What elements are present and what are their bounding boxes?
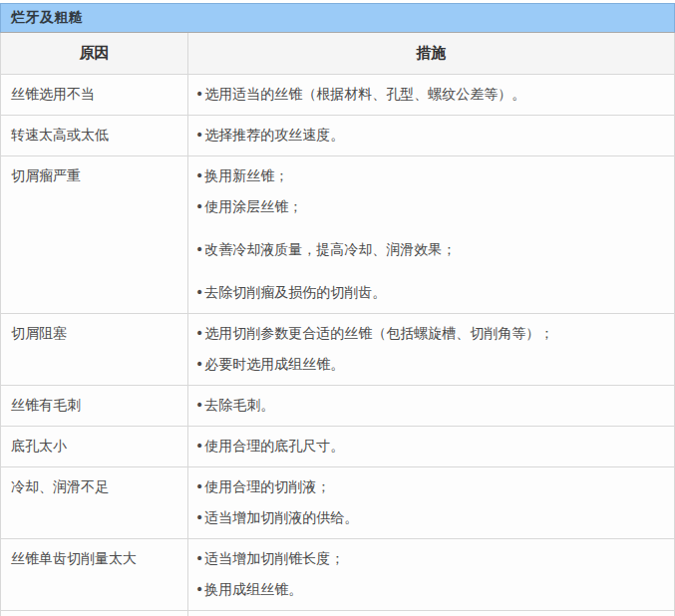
measure-text: 必要时选用成组丝锥。 (204, 356, 344, 372)
cause-cell: 底孔太小 (1, 427, 188, 466)
bullet-icon: • (195, 356, 203, 372)
partial-cause-cell (1, 611, 188, 616)
table-header-row: 原因 措施 (1, 33, 674, 75)
bullet-icon: • (195, 198, 203, 214)
column-header-measures: 措施 (188, 33, 674, 74)
measure-text: 换用成组丝锥。 (204, 581, 302, 597)
bullet-icon: • (195, 550, 203, 566)
measure-line: •选用适当的丝锥（根据材料、孔型、螺纹公差等）。 (195, 79, 664, 110)
cause-cell: 丝锥单齿切削量太大 (1, 539, 188, 610)
measures-cell: •选用适当的丝锥（根据材料、孔型、螺纹公差等）。 (188, 75, 674, 115)
measure-text: 选择推荐的攻丝速度。 (204, 127, 344, 143)
cause-cell: 转速太高或太低 (1, 116, 188, 155)
measures-cell: •选择推荐的攻丝速度。 (188, 116, 674, 155)
measure-text: 使用合理的切削液； (204, 478, 330, 494)
bullet-icon: • (195, 397, 203, 413)
measure-line: •适当增加切削液的供给。 (195, 502, 664, 533)
table-row: 转速太高或太低 •选择推荐的攻丝速度。 (1, 116, 674, 156)
bullet-icon: • (195, 167, 203, 183)
table-row: 切屑瘤严重 •换用新丝锥；•使用涂层丝锥；•改善冷却液质量，提高冷却、润滑效果；… (1, 156, 674, 314)
measure-line: •使用合理的切削液； (195, 471, 664, 502)
measures-cell: •去除毛刺。 (188, 386, 674, 426)
bullet-icon: • (195, 438, 203, 454)
cause-cell: 切屑瘤严重 (1, 156, 188, 313)
bullet-icon: • (195, 509, 203, 525)
measures-cell: •使用合理的底孔尺寸。 (188, 427, 674, 466)
table-row: 丝锥选用不当 •选用适当的丝锥（根据材料、孔型、螺纹公差等）。 (1, 75, 674, 116)
measure-line: •使用涂层丝锥； (195, 191, 664, 222)
measure-text: 使用合理的底孔尺寸。 (204, 438, 344, 454)
measure-text: 去除切削瘤及损伤的切削齿。 (204, 284, 386, 300)
measure-line: •适当增加切削锥长度； (195, 543, 664, 574)
measure-line: •使用合理的底孔尺寸。 (195, 431, 664, 462)
measure-line: •选用切削参数更合适的丝锥（包括螺旋槽、切削角等）； (195, 318, 664, 349)
column-header-cause: 原因 (1, 33, 188, 74)
measure-line: •改善冷却液质量，提高冷却、润滑效果； (195, 234, 664, 265)
measures-cell: •适当增加切削锥长度；•换用成组丝锥。 (188, 539, 674, 610)
cause-cell: 切屑阻塞 (1, 314, 188, 385)
measure-text: 改善冷却液质量，提高冷却、润滑效果； (204, 241, 456, 257)
cause-cell: 丝锥选用不当 (1, 75, 188, 115)
measure-line: •去除切削瘤及损伤的切削齿。 (195, 277, 664, 308)
measure-line: •去除毛刺。 (195, 390, 664, 421)
table-title-bar: 烂牙及粗糙 (0, 3, 675, 33)
bullet-icon: • (195, 581, 203, 597)
measure-text: 选用适当的丝锥（根据材料、孔型、螺纹公差等）。 (204, 86, 525, 102)
table-title: 烂牙及粗糙 (11, 9, 84, 27)
measures-cell: •换用新丝锥；•使用涂层丝锥；•改善冷却液质量，提高冷却、润滑效果；•去除切削瘤… (188, 156, 674, 313)
measure-text: 适当增加切削液的供给。 (204, 509, 358, 525)
partial-measures-cell (188, 611, 674, 616)
bullet-icon: • (195, 86, 203, 102)
table-body: 丝锥选用不当 •选用适当的丝锥（根据材料、孔型、螺纹公差等）。 转速太高或太低 … (1, 75, 674, 611)
bullet-icon: • (195, 325, 203, 341)
table-row: 丝锥有毛刺 •去除毛刺。 (1, 386, 674, 427)
measure-gap (195, 265, 664, 277)
measure-line: •换用新丝锥； (195, 160, 664, 191)
partial-next-row (1, 611, 674, 616)
cause-cell: 丝锥有毛刺 (1, 386, 188, 426)
measure-gap (195, 222, 664, 234)
measure-line: •必要时选用成组丝锥。 (195, 349, 664, 380)
cause-cell: 冷却、润滑不足 (1, 467, 188, 538)
page: 烂牙及粗糙 原因 措施 丝锥选用不当 •选用适当的丝锥（根据材料、孔型、螺纹公差… (0, 0, 675, 616)
table-row: 切屑阻塞 •选用切削参数更合适的丝锥（包括螺旋槽、切削角等）；•必要时选用成组丝… (1, 314, 674, 386)
measure-text: 使用涂层丝锥； (204, 198, 302, 214)
table-row: 冷却、润滑不足 •使用合理的切削液；•适当增加切削液的供给。 (1, 467, 674, 539)
bullet-icon: • (195, 478, 203, 494)
bullet-icon: • (195, 241, 203, 257)
measure-line: •换用成组丝锥。 (195, 574, 664, 605)
measure-text: 选用切削参数更合适的丝锥（包括螺旋槽、切削角等）； (204, 325, 553, 341)
measure-text: 适当增加切削锥长度； (204, 550, 344, 566)
table-row: 底孔太小 •使用合理的底孔尺寸。 (1, 427, 674, 467)
measures-cell: •使用合理的切削液；•适当增加切削液的供给。 (188, 467, 674, 538)
measure-text: 去除毛刺。 (204, 397, 274, 413)
bullet-icon: • (195, 284, 203, 300)
measures-cell: •选用切削参数更合适的丝锥（包括螺旋槽、切削角等）；•必要时选用成组丝锥。 (188, 314, 674, 385)
measure-line: •选择推荐的攻丝速度。 (195, 120, 664, 151)
troubleshooting-table: 原因 措施 丝锥选用不当 •选用适当的丝锥（根据材料、孔型、螺纹公差等）。 转速… (0, 33, 675, 616)
table-row: 丝锥单齿切削量太大 •适当增加切削锥长度；•换用成组丝锥。 (1, 539, 674, 611)
bullet-icon: • (195, 127, 203, 143)
measure-text: 换用新丝锥； (204, 167, 288, 183)
